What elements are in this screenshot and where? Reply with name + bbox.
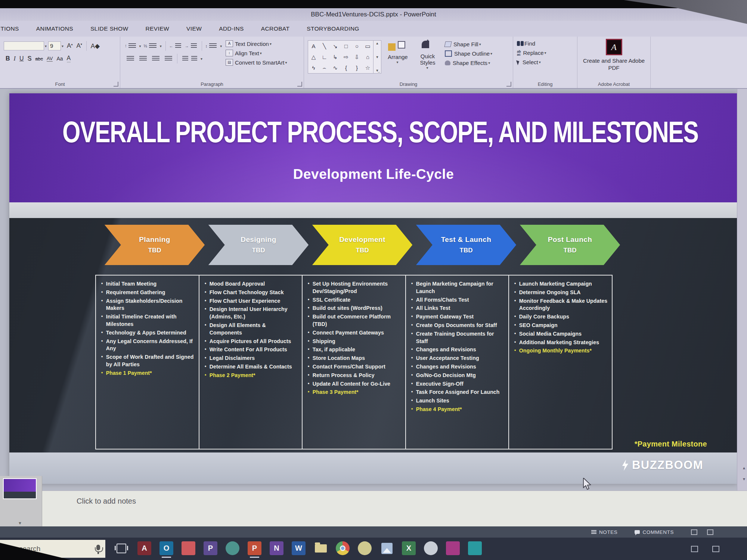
comments-toggle[interactable]: COMMENTS	[635, 529, 674, 535]
font-style-button-av[interactable]: AV	[47, 56, 53, 62]
font-style-button-i[interactable]: I	[14, 55, 16, 62]
access-icon[interactable]: A	[137, 541, 151, 555]
panel-scroll-down-icon[interactable]: ▼	[18, 521, 22, 525]
tab-sitions[interactable]: SITIONS	[0, 25, 19, 32]
notes-pane[interactable]: ▼ Click to add notes	[0, 491, 747, 527]
notes-placeholder[interactable]: Click to add notes	[77, 497, 136, 505]
shape-icon[interactable]: ∟	[319, 52, 330, 62]
shape-icon[interactable]: A	[308, 41, 319, 52]
font-style-button-abc[interactable]: abc	[35, 56, 43, 62]
clear-formatting-button[interactable]: A◆	[91, 42, 100, 50]
tab-storyboarding[interactable]: STORYBOARDING	[307, 25, 359, 32]
vertical-scrollbar[interactable]: ▴ ▾	[737, 89, 747, 491]
shape-outline-button[interactable]: Shape Outline▾	[445, 50, 494, 57]
create-share-pdf-button[interactable]: Create and Share Adobe PDF	[581, 57, 647, 72]
chevron-down-icon[interactable]: ▾	[45, 44, 47, 48]
align-text-button[interactable]: ↕ Align Text▾	[226, 50, 300, 56]
line-spacing-button[interactable]: ↕	[205, 43, 218, 49]
columns-button[interactable]	[181, 56, 199, 62]
numbering-button[interactable]: ⅓	[144, 43, 158, 49]
dialog-launcher-icon[interactable]	[297, 82, 302, 87]
shape-icon[interactable]: ↳	[330, 52, 341, 62]
tray-icon[interactable]	[691, 546, 698, 552]
shape-icon[interactable]: ☆	[362, 62, 373, 73]
increase-indent-button[interactable]: →	[185, 43, 198, 49]
shape-icon[interactable]: {	[341, 62, 351, 73]
shape-icon[interactable]: △	[308, 52, 319, 62]
shape-icon[interactable]: ⌂	[362, 52, 373, 62]
shape-icon[interactable]: }	[351, 62, 362, 73]
font-size-combo[interactable]: 9	[48, 41, 61, 50]
justify-button[interactable]	[163, 56, 174, 62]
scroll-up-icon[interactable]: ▲	[376, 41, 379, 45]
decrease-indent-button[interactable]: ←	[169, 43, 183, 49]
chevron-down-icon[interactable]: ▾	[62, 44, 63, 48]
shape-effects-button[interactable]: Shape Effects▾	[445, 60, 494, 66]
chrome-icon[interactable]	[336, 541, 350, 555]
notes-toggle[interactable]: NOTES	[591, 529, 618, 535]
shape-icon[interactable]: ╲	[319, 41, 330, 52]
shape-icon[interactable]: ϟ	[308, 62, 319, 73]
bullets-button[interactable]: ⁝	[125, 43, 137, 49]
quick-styles-button[interactable]: Quick Styles▾	[414, 40, 441, 70]
phase-chevron-designing[interactable]: DesigningTBD	[208, 225, 309, 265]
onenote-icon[interactable]: N	[270, 541, 283, 555]
text-direction-button[interactable]: A Text Direction▾	[226, 40, 300, 47]
font-name-combo[interactable]	[4, 41, 44, 50]
scroll-down-icon[interactable]: ▼	[376, 55, 379, 59]
normal-view-icon[interactable]	[691, 529, 697, 535]
font-style-button-u[interactable]: U	[19, 55, 24, 62]
outlook-icon[interactable]: O	[159, 541, 173, 555]
shape-gallery[interactable]: A╲↘□○▭△∟↳⇨⇩⌂ϟ⌢∿{}☆ ▲ ▼ ▼̲	[308, 40, 381, 74]
font-style-button-a[interactable]: A	[67, 55, 71, 63]
shape-icon[interactable]: ⌢	[319, 62, 330, 73]
arrange-button[interactable]: Arrange▾	[384, 40, 411, 64]
gallery-more-icon[interactable]: ▼̲	[376, 69, 379, 72]
app-teal-icon[interactable]	[468, 541, 482, 555]
slide-sorter-view-icon[interactable]	[707, 529, 713, 535]
sphere-teal-icon[interactable]	[226, 541, 239, 555]
replace-button[interactable]: abac Replace▾	[517, 50, 573, 56]
app-magenta-icon[interactable]	[446, 541, 460, 555]
tab-animations[interactable]: ANIMATIONS	[36, 25, 73, 32]
excel-icon[interactable]: X	[402, 541, 416, 555]
tab-add-ins[interactable]: ADD-INS	[219, 25, 244, 32]
powerpoint-icon[interactable]: P	[248, 541, 261, 555]
shape-icon[interactable]: ○	[351, 41, 362, 52]
phase-chevron-planning[interactable]: PlanningTBD	[105, 225, 205, 265]
tab-view[interactable]: VIEW	[186, 25, 202, 32]
app-yellow-icon[interactable]	[358, 541, 372, 555]
shape-gallery-scrollbar[interactable]: ▲ ▼ ▼̲	[373, 41, 381, 73]
align-left-button[interactable]	[125, 56, 136, 62]
slide-thumbnail[interactable]	[4, 479, 36, 498]
font-style-button-b[interactable]: B	[6, 55, 10, 62]
shape-icon[interactable]: □	[341, 41, 351, 52]
photos-icon[interactable]	[380, 541, 394, 555]
align-right-button[interactable]	[151, 56, 161, 62]
scroll-up-icon[interactable]: ▴	[743, 465, 745, 470]
acrobat-icon[interactable]: A	[606, 39, 622, 55]
font-style-button-aa[interactable]: Aa	[56, 56, 63, 62]
shrink-font-button[interactable]: A▾	[76, 42, 82, 50]
phase-chevron-test-launch[interactable]: Test & LaunchTBD	[416, 225, 516, 265]
convert-smartart-button[interactable]: ▤ Convert to SmartArt▾	[226, 59, 300, 66]
tab-slide-show[interactable]: SLIDE SHOW	[90, 25, 128, 32]
publisher-icon[interactable]: P	[204, 541, 217, 555]
sphere-gray-icon[interactable]	[424, 541, 438, 555]
tab-acrobat[interactable]: ACROBAT	[261, 25, 290, 32]
slide[interactable]: OVERALL PROJECT PROCESS, SCOPE, AND MILE…	[9, 93, 738, 484]
tray-icon[interactable]	[712, 546, 719, 552]
shape-icon[interactable]: ▭	[362, 41, 373, 52]
phase-chevron-development[interactable]: DevelopmentTBD	[312, 225, 412, 265]
shape-fill-button[interactable]: Shape Fill▾	[445, 41, 494, 47]
file-explorer-icon[interactable]	[314, 541, 328, 555]
app-red-icon[interactable]	[182, 541, 195, 555]
microphone-icon[interactable]	[96, 545, 100, 550]
scroll-down-icon[interactable]: ▾	[743, 476, 745, 482]
tab-review[interactable]: REVIEW	[145, 25, 169, 32]
shape-icon[interactable]: ⇩	[351, 52, 362, 62]
phase-chevron-post-launch[interactable]: Post LaunchTBD	[520, 225, 620, 265]
dialog-launcher-icon[interactable]	[114, 82, 118, 87]
grow-font-button[interactable]: A▴	[67, 42, 72, 50]
find-button[interactable]: Find	[517, 40, 573, 47]
